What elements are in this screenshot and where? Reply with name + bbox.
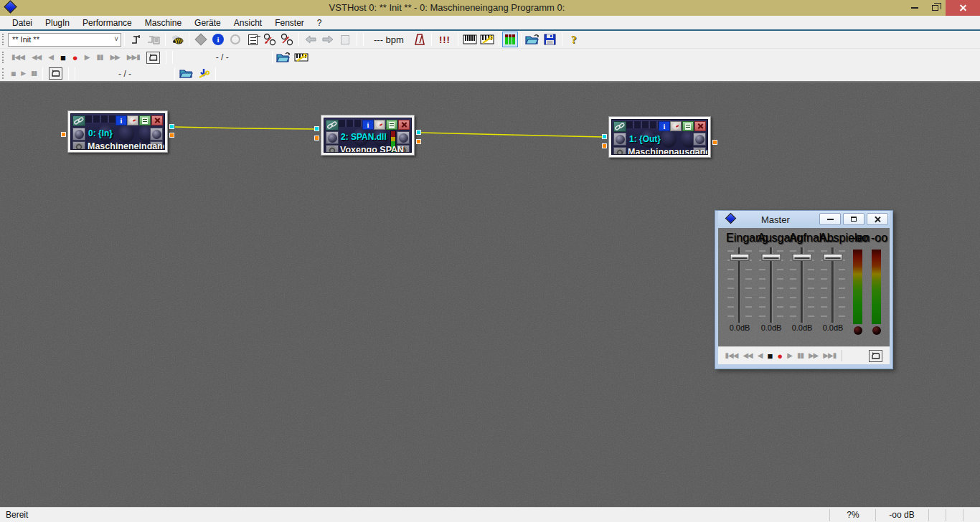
fader-handle[interactable]: [730, 254, 750, 261]
copy-button[interactable]: [337, 32, 353, 47]
save-file-button[interactable]: [542, 32, 558, 47]
engine-start-button[interactable]: [128, 32, 144, 47]
knob-icon[interactable]: [397, 131, 410, 144]
keyboard-settings-button[interactable]: [479, 32, 495, 47]
play-icon[interactable]: ▶: [787, 352, 792, 359]
midi-out-port[interactable]: [169, 133, 174, 138]
audio-in-port[interactable]: [602, 134, 607, 139]
stop-icon[interactable]: ■: [767, 351, 772, 361]
program-list-button[interactable]: [245, 32, 260, 47]
fader-eingang[interactable]: [727, 247, 753, 323]
speaker-icon[interactable]: [72, 141, 85, 150]
info-icon[interactable]: i: [659, 121, 670, 131]
toolbar-grip[interactable]: [2, 68, 5, 79]
plugin-box-output[interactable]: i 1: {Out} Maschinenausgang: [608, 116, 711, 158]
menu-fenster[interactable]: Fenster: [268, 18, 311, 28]
chain-icon[interactable]: [72, 115, 85, 126]
info-icon[interactable]: i: [362, 120, 374, 130]
fader-handle[interactable]: [793, 254, 812, 261]
forward-icon[interactable]: ▶▶: [809, 352, 818, 359]
loop-button[interactable]: [146, 52, 160, 64]
knob-icon[interactable]: [613, 133, 626, 146]
toolbar-grip[interactable]: [2, 52, 5, 64]
audio-out-port[interactable]: [416, 130, 421, 135]
metronome-button[interactable]: [412, 32, 428, 47]
program-list-icon[interactable]: [386, 120, 397, 130]
skip-end-icon[interactable]: ▶▶▮: [823, 352, 836, 359]
speaker-icon[interactable]: [326, 145, 339, 153]
speaker-icon[interactable]: [613, 147, 626, 155]
maximize-button[interactable]: [843, 213, 864, 225]
knob-icon[interactable]: [693, 133, 706, 146]
pause-icon[interactable]: ▮▮: [96, 54, 103, 61]
menu-datei[interactable]: Datei: [6, 18, 39, 28]
menu-help[interactable]: ?: [311, 18, 329, 28]
record-icon[interactable]: ●: [777, 351, 782, 361]
menu-ansicht[interactable]: Ansicht: [227, 18, 268, 28]
knob-icon[interactable]: [326, 131, 339, 144]
plugin-box-input[interactable]: i 0: {In} Maschineneingang: [67, 110, 168, 153]
fader-handle[interactable]: [824, 254, 843, 261]
skip-start-icon[interactable]: ▮◀◀: [11, 54, 24, 61]
close-icon[interactable]: [694, 121, 706, 131]
menu-plugin[interactable]: PlugIn: [39, 18, 76, 28]
knob-icon[interactable]: [72, 128, 85, 141]
audio-out-port[interactable]: [169, 124, 174, 129]
help-button[interactable]: ?: [571, 34, 577, 46]
info-icon[interactable]: i: [116, 115, 127, 125]
fader-handle[interactable]: [762, 254, 781, 261]
plugin-box-span[interactable]: i 2: SPAN.dll Voxengo SPAN: [321, 115, 415, 156]
program-list-icon[interactable]: [139, 115, 151, 125]
panic-button[interactable]: !!!: [439, 34, 451, 45]
play-icon[interactable]: ▶: [85, 54, 90, 61]
keyboard-button[interactable]: [462, 32, 478, 47]
next-button[interactable]: [320, 32, 336, 47]
song-settings-button[interactable]: [293, 49, 309, 65]
clock-icon[interactable]: [670, 121, 682, 131]
chain-icon[interactable]: [613, 121, 626, 132]
chain-icon[interactable]: [326, 120, 339, 130]
midi-out-port[interactable]: [416, 139, 421, 144]
save-bank-timed-button[interactable]: [279, 32, 295, 47]
midi-in-port[interactable]: [314, 136, 319, 141]
clock-icon[interactable]: [127, 115, 138, 125]
play-icon[interactable]: ▶: [21, 70, 25, 77]
midi-in-port[interactable]: [61, 132, 66, 137]
pause-icon[interactable]: ▮▮: [797, 352, 804, 359]
performance-diamond-button[interactable]: [193, 32, 209, 47]
level-meter-toggle-active[interactable]: [502, 32, 518, 47]
open-file-button[interactable]: [525, 32, 541, 47]
load-wave-button[interactable]: [179, 66, 194, 82]
plugin-info-button[interactable]: i: [210, 32, 226, 47]
knob-icon[interactable]: [150, 128, 163, 141]
preset-dropdown[interactable]: ** Init ** ˅: [8, 33, 121, 47]
load-song-button[interactable]: [276, 49, 292, 65]
stop-icon[interactable]: ■: [11, 70, 15, 78]
menu-maschine[interactable]: Maschine: [138, 18, 188, 28]
skip-start-icon[interactable]: ▮◀◀: [725, 352, 738, 359]
plugin-workspace[interactable]: i 0: {In} Maschineneingang: [0, 82, 980, 507]
menu-geraete[interactable]: Geräte: [188, 18, 227, 28]
clock-icon[interactable]: [374, 120, 385, 130]
minimize-button[interactable]: [904, 0, 925, 16]
close-button[interactable]: [946, 0, 980, 16]
master-window[interactable]: Master Eingang Ausgang Aufnah... Abspiel…: [715, 210, 893, 369]
audio-in-port[interactable]: [314, 126, 319, 131]
master-title-bar[interactable]: Master: [718, 211, 890, 228]
rewind-icon[interactable]: ◀◀: [32, 54, 41, 61]
restore-button[interactable]: [925, 0, 946, 16]
step-back-icon[interactable]: ◀: [758, 352, 763, 359]
fader-aufnahme[interactable]: [789, 247, 815, 323]
clip-led-left[interactable]: [854, 326, 862, 335]
forward-icon[interactable]: ▶▶: [110, 54, 119, 61]
wave-settings-button[interactable]: [196, 66, 212, 82]
fader-abspielen[interactable]: [820, 247, 846, 323]
step-back-icon[interactable]: ◀: [48, 54, 53, 61]
plugin-bee-button[interactable]: [169, 32, 185, 47]
menu-performance[interactable]: Performance: [76, 18, 138, 28]
loop-button[interactable]: [49, 67, 62, 80]
program-list-icon[interactable]: [682, 121, 694, 131]
rewind-icon[interactable]: ◀◀: [743, 352, 752, 359]
midi-out-port[interactable]: [712, 140, 717, 145]
fader-ausgang[interactable]: [758, 247, 784, 323]
